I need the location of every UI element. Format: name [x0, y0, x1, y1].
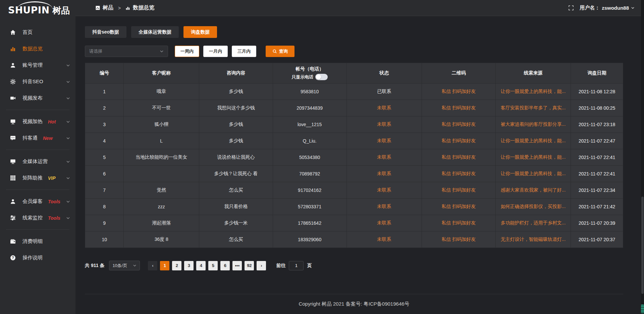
inquiry-content: 说说价格让我死心	[199, 149, 273, 166]
customer-nickname: L	[124, 133, 199, 149]
qr-links[interactable]: 私信 扫码加好友	[422, 100, 496, 116]
page-button-5[interactable]: 5	[208, 261, 218, 270]
more-pages-button[interactable]: •••	[232, 261, 242, 270]
range-button-2[interactable]: 三月内	[232, 46, 256, 57]
inquiry-content: 多少钱一米	[199, 215, 273, 231]
lead-source[interactable]: 感谢大家喜欢我家，被问了好...	[495, 182, 571, 199]
lead-source[interactable]: 多功能护栏灯，适用于乡村文...	[495, 215, 571, 231]
sidebar-item-label: 账号管理	[22, 62, 43, 68]
sidebar-item-douyin-seo[interactable]: 抖音SEO	[0, 73, 75, 90]
prev-page-button[interactable]: ‹	[148, 261, 157, 270]
scrollbar-thumb[interactable]	[641, 197, 644, 294]
account-select[interactable]: 请选择	[85, 46, 168, 57]
page-button-1[interactable]: 1	[160, 261, 169, 270]
page-button-2[interactable]: 2	[172, 261, 181, 270]
table-row: 1036度 8怎么买183929060未联系私信 扫码加好友无主灯设计，智能磁吸…	[85, 231, 623, 248]
sidebar-item-matrix-boost[interactable]: 矩阵助推VIP	[0, 170, 75, 186]
tab-douyin-seo-data[interactable]: 抖音seo数据	[85, 26, 126, 38]
breadcrumb-separator: >	[116, 5, 123, 11]
sidebar-item-data-overview[interactable]: 数据总览	[0, 41, 75, 57]
inquiry-content: 怎么买	[199, 182, 273, 199]
sidebar-item-label: 全媒体运营	[22, 158, 48, 165]
table-body: 1哦章多少钱9583810已联系私信 扫码加好友让你一眼就爱上的黑科技，能...…	[85, 84, 623, 248]
inquiry-content: 我只看价格	[199, 199, 273, 215]
row-index: 8	[85, 199, 124, 215]
lead-source[interactable]: 让你一眼就爱上的黑科技，能...	[495, 149, 571, 166]
lead-source[interactable]: 如何正确选择投影仪，买投影...	[495, 199, 571, 215]
row-index: 9	[85, 215, 124, 231]
lead-source[interactable]: 无主灯设计，智能磁吸轨道灯...	[495, 231, 571, 248]
status-label: 已联系	[346, 84, 422, 100]
sidebar-item-account-manage[interactable]: 账号管理	[0, 57, 75, 73]
sidebar-item-video-heat[interactable]: 视频加热Hot	[0, 113, 75, 130]
qr-links[interactable]: 私信 扫码加好友	[422, 116, 496, 133]
qr-links[interactable]: 私信 扫码加好友	[422, 182, 496, 199]
user-menu[interactable]: 用户名：zswodun88	[580, 5, 635, 11]
query-button[interactable]: 查询	[266, 46, 294, 57]
qr-links[interactable]: 私信 扫码加好友	[422, 149, 496, 166]
goto-page-input[interactable]	[289, 261, 304, 270]
lead-source[interactable]: 让你一眼就爱上的黑科技，能...	[495, 166, 571, 182]
range-button-0[interactable]: 一周内	[175, 46, 199, 57]
qr-links[interactable]: 私信 扫码加好友	[422, 231, 496, 248]
chevron-down-icon	[631, 6, 635, 10]
scrollbar[interactable]	[641, 0, 644, 314]
status-label: 未联系	[346, 166, 422, 182]
sidebar-item-label: 首页	[22, 29, 33, 36]
sidebar-item-home[interactable]: 首页	[0, 24, 75, 41]
customer-nickname: 潮起潮落	[124, 215, 199, 231]
chevron-down-icon	[66, 96, 70, 100]
qr-links[interactable]: 私信 扫码加好友	[422, 84, 496, 100]
page-size-select[interactable]: 10条/页	[109, 261, 140, 270]
page-size-value: 10条/页	[112, 263, 127, 269]
page-button-4[interactable]: 4	[196, 261, 206, 270]
tab-media-operation-data[interactable]: 全媒体运营数据	[131, 26, 179, 38]
phone-only-toggle[interactable]	[315, 74, 328, 80]
breadcrumb-current: 数据总览	[133, 4, 154, 11]
account-phone: 9583810	[273, 84, 346, 100]
sidebar-item-clue-monitor[interactable]: 线索监控Tools	[0, 210, 75, 226]
range-button-1[interactable]: 一月内	[203, 46, 228, 57]
qr-links[interactable]: 私信 扫码加好友	[422, 199, 496, 215]
account-phone: 2097344839	[273, 100, 346, 116]
inquiry-table: 编号客户昵称咨询内容帐号（电话）只显示电话状态二维码线索来源询盘日期 1哦章多少…	[85, 63, 623, 248]
sidebar-item-media-operation[interactable]: 全媒体运营	[0, 153, 75, 170]
inquiry-date: 2021-11-07 20:39	[571, 215, 623, 231]
sidebar-item-douketong[interactable]: 抖客通New	[0, 130, 75, 146]
page-button-3[interactable]: 3	[184, 261, 194, 270]
sidebar-item-member-baoke[interactable]: 会员爆客Tools	[0, 193, 75, 210]
account-phone: 50534380	[273, 149, 346, 166]
next-page-button[interactable]: ›	[257, 261, 266, 270]
page-button-6[interactable]: 6	[220, 261, 230, 270]
page-button-92[interactable]: 92	[245, 261, 254, 270]
lead-source[interactable]: 让你一眼就爱上的黑科技，能...	[495, 133, 571, 149]
sidebar-item-consume-detail[interactable]: 消费明细	[0, 233, 75, 250]
tab-inquiry-data[interactable]: 询盘数据	[183, 26, 217, 38]
qr-links[interactable]: 私信 扫码加好友	[422, 166, 496, 182]
breadcrumb-root[interactable]: 树品	[103, 4, 113, 11]
customer-nickname: 不可一世	[124, 100, 199, 116]
qr-links[interactable]: 私信 扫码加好友	[422, 215, 496, 231]
table-header: 编号客户昵称咨询内容帐号（电话）只显示电话状态二维码线索来源询盘日期	[85, 63, 623, 84]
sidebar-item-help[interactable]: ?操作说明	[0, 250, 75, 266]
inquiry-date: 2021-11-07 21:42	[571, 199, 623, 215]
chevron-down-icon	[66, 216, 70, 220]
sidebar-item-label: 会员爆客	[22, 198, 43, 205]
inquiry-date: 2021-11-07 23:18	[571, 116, 623, 133]
inquiry-date: 2021-11-08 12:28	[571, 84, 623, 100]
lead-source[interactable]: 让你一眼就爱上的黑科技，能...	[495, 84, 571, 100]
fullscreen-icon[interactable]	[569, 5, 574, 10]
customer-nickname: 当地比较能吃的一位美女	[124, 149, 199, 166]
lead-source[interactable]: 客厅安装投影半年多了，真实...	[495, 100, 571, 116]
phone-only-label: 只显示电话	[291, 74, 313, 80]
account-phone: 178651642	[273, 215, 346, 231]
sidebar-badge-hot: Hot	[48, 119, 56, 124]
lead-source[interactable]: 被大家追着问的客厅投影分享...	[495, 116, 571, 133]
account-phone: 183929060	[273, 231, 346, 248]
breadcrumb-home-icon	[96, 6, 100, 10]
sidebar-item-video-publish[interactable]: 视频发布	[0, 90, 75, 106]
sidebar-divider	[6, 190, 69, 190]
column-header-label: 询盘日期	[571, 70, 623, 76]
qr-links[interactable]: 私信 扫码加好友	[422, 133, 496, 149]
inquiry-date: 2021-11-07 22:41	[571, 166, 623, 182]
